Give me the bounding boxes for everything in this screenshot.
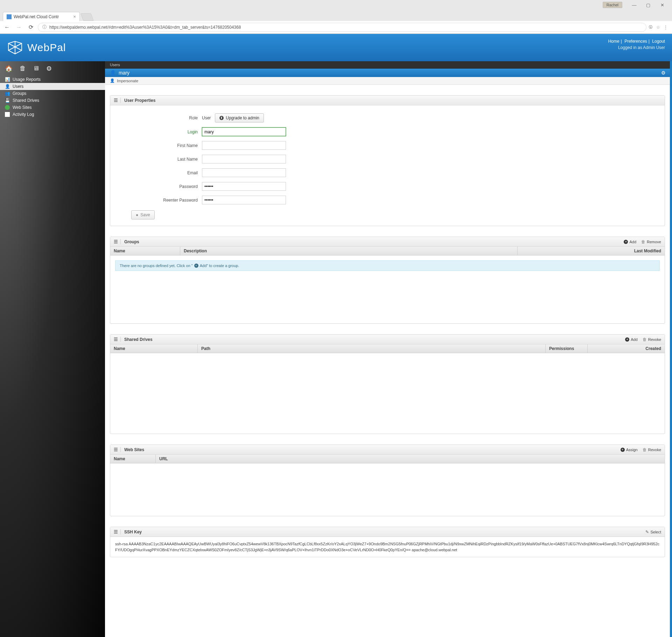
col-url: URL [156,455,665,463]
reenter-password-field[interactable] [202,196,286,204]
sidebar-item-activity-log[interactable]: Activity Log [0,111,105,118]
list-icon: ☰ [114,98,121,103]
trash-icon: 🗑 [641,239,645,244]
ssh-key-text: ssh-rsa AAAAB3NzaC1yc2EAAAABIwAAAQEAyUwB… [110,537,665,557]
home-icon[interactable]: 🏠 [5,65,13,72]
drives-add-button[interactable]: +Add [625,337,638,342]
col-name: Name [110,455,156,463]
col-description: Description [180,247,518,255]
label-first-name: First Name [121,143,198,148]
button-label: Remove [647,240,661,244]
os-user-badge: Rachel [603,2,622,8]
last-name-field[interactable] [202,155,286,163]
groups-remove-button[interactable]: 🗑Remove [641,239,661,244]
list-icon: ☰ [114,239,121,244]
favicon-icon [7,14,12,19]
tab-close-icon[interactable]: × [73,14,76,19]
button-label: Add [629,240,636,244]
window-maximize-icon[interactable]: ▢ [641,1,655,9]
link-preferences[interactable]: Preferences [624,39,647,44]
sidebar-item-shared-drives[interactable]: 💾Shared Drives [0,97,105,104]
new-tab-button[interactable] [80,13,94,21]
sidebar-item-users[interactable]: 👤Users [0,83,105,90]
forward-icon[interactable]: → [14,22,24,32]
brand-name: WebPal [27,42,66,54]
user-icon: 👤 [5,84,10,89]
col-permissions: Permissions [546,344,588,353]
panel-groups: ☰ Groups +Add 🗑Remove Name Description L… [110,237,665,324]
websites-assign-button[interactable]: +Assign [621,447,638,452]
sidebar-item-web-sites[interactable]: Web Sites [0,104,105,111]
plus-icon: + [621,448,625,452]
first-name-field[interactable] [202,141,286,150]
menu-icon[interactable]: ⋮ [664,25,668,30]
drives-revoke-button[interactable]: 🗑Revoke [643,337,661,342]
ssh-select-button[interactable]: ✎Select [645,530,661,534]
col-path: Path [198,344,546,353]
list-icon: ☰ [114,337,121,342]
reload-icon[interactable]: ⟳ [26,22,36,32]
panel-title: Web Sites [124,447,144,452]
login-field[interactable] [202,127,286,136]
panel-web-sites: ☰ Web Sites +Assign 🗑Revoke Name URL [110,444,665,516]
panel-ssh-key: ☰ SSH Key ✎Select ssh-rsa AAAAB3NzaC1yc2… [110,527,665,557]
drive-icon: 💾 [5,98,10,103]
logo-icon [7,41,23,55]
websites-revoke-button[interactable]: 🗑Revoke [643,447,661,452]
sidebar-item-usage-reports[interactable]: 📊Usage Reports [0,76,105,83]
col-name: Name [110,247,180,255]
star-icon[interactable]: ☆ [656,25,660,30]
groups-empty-message: There are no groups defined yet. Click o… [115,260,660,271]
pencil-icon: ✎ [645,530,649,534]
sidebar-item-label: Usage Reports [13,77,41,82]
groups-add-button[interactable]: +Add [624,239,636,244]
page-title: mary [119,70,130,76]
sidebar-item-label: Activity Log [13,112,34,117]
sidebar-item-label: Users [13,84,23,89]
groups-table-header: Name Description Last Modified [110,247,665,255]
col-name: Name [110,344,198,353]
value-role: User [202,115,211,120]
text: There are no groups defined yet. Click o… [120,264,193,268]
password-field[interactable] [202,182,286,191]
impersonate-button[interactable]: Impersonate [117,79,138,83]
monitor-icon[interactable]: 🖥 [33,65,39,72]
button-label: Add [631,337,638,342]
panel-title: Shared Drives [124,337,153,342]
translate-icon[interactable]: ⦿ [649,25,653,30]
list-icon: ☰ [114,447,121,452]
link-home[interactable]: Home [608,39,620,44]
label-last-name: Last Name [121,157,198,162]
window-close-icon[interactable]: ✕ [655,1,669,9]
panel-title: Groups [124,239,139,244]
app-header: WebPal Home| Preferences| Logout Logged … [0,34,672,61]
address-bar[interactable]: ⓘ https://webpaldemo.webpal.net/#dm=edit… [38,23,646,32]
browser-tab[interactable]: WebPal.net Cloud Contr × [3,12,80,21]
upgrade-icon: ⬆ [219,116,224,120]
label-reenter-password: Reenter Password [121,198,198,203]
upgrade-to-admin-button[interactable]: ⬆Upgrade to admin [215,113,264,122]
person-icon: 👤 [110,78,115,83]
gear-icon[interactable]: ⚙ [46,65,52,72]
plus-icon: + [194,264,198,268]
trash-icon: 🗑 [643,337,647,342]
email-field[interactable] [202,168,286,177]
sidebar-item-groups[interactable]: 👥Groups [0,90,105,97]
save-button[interactable]: ●Save [131,210,155,219]
button-label: Revoke [648,448,661,452]
page-settings-icon[interactable]: ⚙ [661,70,666,76]
window-minimize-icon[interactable]: — [627,1,641,9]
trash-icon: 🗑 [643,447,647,452]
label-login: Login [121,130,198,134]
url-text: https://webpaldemo.webpal.net/#dm=edit%3… [49,25,241,30]
panel-user-properties: ☰ User Properties Role User ⬆Upgrade to … [110,95,665,226]
trash-icon[interactable]: 🗑 [20,65,26,72]
button-label: Select [650,530,661,534]
link-logout[interactable]: Logout [652,39,665,44]
text: Add" to create a group. [200,264,239,268]
user-icon: 👤 [110,70,116,76]
back-icon[interactable]: ← [2,22,12,32]
save-icon: ● [136,212,138,217]
drives-table-header: Name Path Permissions Created [110,344,665,353]
breadcrumb: Users [105,61,670,69]
